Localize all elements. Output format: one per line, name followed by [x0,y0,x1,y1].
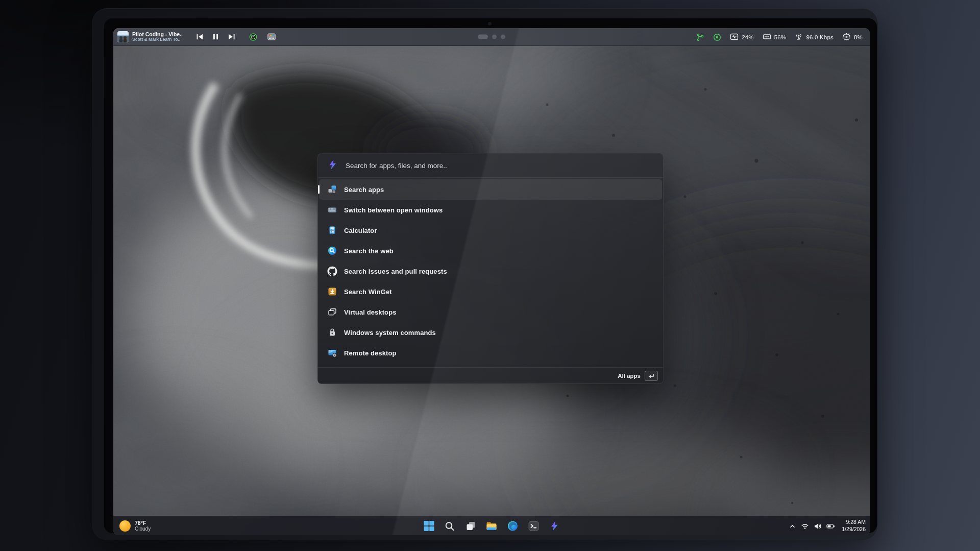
palette-item-remote-desktop[interactable]: Remote desktop [319,343,662,363]
palette-item-system-commands[interactable]: Windows system commands [319,322,662,343]
activity-icon [730,33,739,42]
workspace-3[interactable] [501,35,505,39]
terminal-button[interactable] [527,519,541,533]
weather-widget[interactable]: 78°F Cloudy [119,516,151,535]
activity-value: 24% [742,34,754,40]
palette-results: Search apps Switch between open windows [318,178,663,367]
remote-desktop-icon [327,348,337,358]
network-stat: 96.0 Kbps [795,33,834,42]
palette-item-label: Remote desktop [344,349,397,357]
system-tray: 9:28 AM 1/29/2026 [789,516,866,535]
record-icon [713,33,721,41]
wifi-icon[interactable] [801,522,809,530]
palette-item-label: Search issues and pull requests [344,268,447,275]
powertoys-run-button[interactable] [548,519,561,533]
lock-icon [327,327,337,338]
clock-time: 9:28 AM [842,519,866,526]
search-apps-icon [327,184,337,195]
memory-stat: 56% [763,33,787,42]
workspace-2[interactable] [492,35,497,39]
palette-item-label: Calculator [344,227,377,234]
web-search-icon [327,246,337,256]
palette-item-calculator[interactable]: Calculator [319,220,662,241]
palette-item-web-search[interactable]: Search the web [319,241,662,261]
cpu-value: 8% [854,34,863,40]
desktop-screen: Pilot Coding - Vibe.. Scott & Mark Learn… [113,28,870,535]
volume-icon[interactable] [814,522,822,530]
display-colors-icon[interactable] [267,33,276,41]
virtual-desktops-icon [327,307,337,317]
palette-item-label: Windows system commands [344,329,436,337]
workspace-indicator [478,35,505,39]
sun-icon [119,520,131,532]
edge-button[interactable] [506,519,520,533]
palette-footer: All apps [318,367,663,384]
github-icon [327,266,337,276]
palette-item-virtual-desktops[interactable]: Virtual desktops [319,302,662,322]
task-view-button[interactable] [464,519,478,533]
start-button[interactable] [422,519,436,533]
command-palette: Search for apps, files, and more.. Searc… [317,153,664,384]
window-switcher-icon [327,205,337,215]
media-widget[interactable]: Pilot Coding - Vibe.. Scott & Mark Learn… [117,31,183,42]
palette-search-bar[interactable]: Search for apps, files, and more.. [318,154,663,178]
git-branch-icon [696,33,704,41]
calculator-icon [327,225,337,235]
weather-condition: Cloudy [135,526,151,532]
activity-stat: 24% [730,33,754,42]
previous-track-button[interactable] [196,33,204,41]
media-controls [196,33,236,41]
cpu-icon [842,33,851,42]
taskbar-icons [422,516,561,535]
system-stats: 24% 56% 96.0 Kbp [696,28,863,46]
palette-item-github[interactable]: Search issues and pull requests [319,261,662,281]
winget-icon [327,286,337,297]
media-subtitle: Scott & Mark Learn To.. [132,37,183,42]
palette-item-label: Search apps [344,186,384,194]
memory-value: 56% [774,34,787,40]
scene: Pilot Coding - Vibe.. Scott & Mark Learn… [0,0,980,551]
search-input[interactable]: Search for apps, files, and more.. [346,162,447,170]
workspace-1-active[interactable] [478,35,488,39]
enter-key-icon[interactable] [645,371,658,381]
search-button[interactable] [443,519,457,533]
palette-item-winget[interactable]: Search WinGet [319,281,662,302]
powertoys-bolt-icon [327,159,338,172]
palette-item-label: Search the web [344,247,394,255]
next-track-button[interactable] [228,33,236,41]
cpu-stat: 8% [842,33,863,42]
file-explorer-button[interactable] [485,519,499,533]
palette-item-label: Switch between open windows [344,206,443,214]
timer-icon[interactable] [249,33,257,41]
battery-icon[interactable] [826,522,835,530]
memory-icon [763,33,771,42]
topbar-extras [249,33,276,41]
weather-temperature: 78°F [135,520,151,526]
taskbar: 78°F Cloudy [113,516,870,535]
pause-button[interactable] [212,33,220,41]
clock[interactable]: 9:28 AM 1/29/2026 [842,519,866,533]
network-icon [795,33,803,42]
album-art [117,31,129,42]
webcam [488,22,492,26]
top-status-bar: Pilot Coding - Vibe.. Scott & Mark Learn… [113,28,870,46]
palette-item-search-apps[interactable]: Search apps [319,179,662,200]
palette-item-label: Search WinGet [344,288,392,296]
chevron-up-icon[interactable] [789,522,796,530]
all-apps-button[interactable]: All apps [618,373,641,379]
network-value: 96.0 Kbps [806,34,834,40]
palette-item-label: Virtual desktops [344,308,397,316]
media-info: Pilot Coding - Vibe.. Scott & Mark Learn… [132,31,183,42]
clock-date: 1/29/2026 [842,526,866,533]
palette-item-window-switcher[interactable]: Switch between open windows [319,200,662,220]
